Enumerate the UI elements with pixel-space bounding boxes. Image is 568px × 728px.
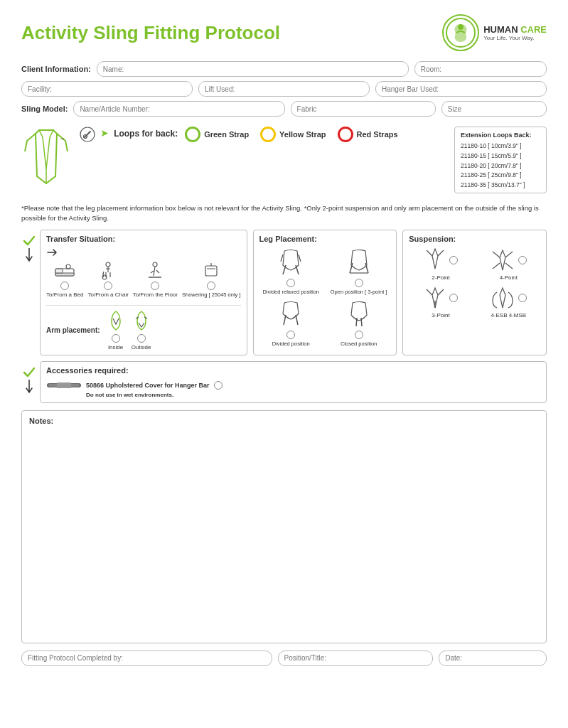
svg-text:→: → xyxy=(58,134,65,142)
accessories-wrapper: Accessories required: 50866 Upholstered … xyxy=(21,361,547,403)
transfer-bed-label: To/From a Bed xyxy=(46,291,83,298)
radio-chair[interactable] xyxy=(104,282,112,290)
page-header: Activity Sling Fitting Protocol HUMAN CA… xyxy=(21,14,547,51)
extension-loops-title: Extension Loops Back: xyxy=(461,130,540,140)
svg-rect-6 xyxy=(55,273,74,276)
svg-rect-7 xyxy=(55,269,63,273)
client-info-row2 xyxy=(21,81,547,97)
svg-line-17 xyxy=(493,252,500,257)
radio-outside[interactable] xyxy=(137,334,146,343)
footer-row xyxy=(21,651,547,666)
lift-used-input[interactable] xyxy=(198,81,370,97)
ext-item-4: 21180-25 [ 25cm/9.8" ] xyxy=(461,171,540,181)
transfer-title: Transfer Situation: xyxy=(46,235,241,243)
radio-leg-0[interactable] xyxy=(286,279,295,287)
leg-closed: Closed position xyxy=(327,299,390,347)
page-title: Activity Sling Fitting Protocol xyxy=(21,23,280,43)
completed-by-input[interactable] xyxy=(21,651,272,666)
radio-bed[interactable] xyxy=(60,282,69,290)
radio-susp-1[interactable] xyxy=(518,256,527,264)
chair-icon xyxy=(100,262,117,280)
arm-placement-label: Arm placement: xyxy=(46,326,100,334)
susp-4point-icon xyxy=(490,247,515,273)
sling-name-input[interactable] xyxy=(73,101,284,117)
suspension-title: Suspension: xyxy=(409,235,540,243)
logo-human: HUMAN xyxy=(483,24,518,35)
leg-open-3point-icon xyxy=(345,247,373,277)
svg-line-21 xyxy=(427,289,432,295)
position-input[interactable] xyxy=(278,651,434,666)
transfer-situations: To/From a Bed To/From a Chair xyxy=(46,262,241,298)
notes-box: Notes: xyxy=(21,410,547,643)
arrow-down-icon xyxy=(24,248,34,262)
ext-item-2: 21180-15 [ 15cm/5.9" ] xyxy=(461,151,540,161)
arrow-icon: ➤ xyxy=(100,127,109,139)
radio-inside[interactable] xyxy=(112,334,120,343)
svg-line-22 xyxy=(438,289,444,295)
loops-label: Loops for back: xyxy=(114,129,178,139)
transfer-chair-label: To/From a Chair xyxy=(87,291,128,298)
bed-icon xyxy=(54,263,75,280)
radio-floor[interactable] xyxy=(151,282,159,290)
wrench-icon xyxy=(80,127,95,142)
note-text: *Please note that the leg placement info… xyxy=(21,203,547,223)
logo-tagline: Your Life. Your Way. xyxy=(483,35,547,41)
svg-line-19 xyxy=(493,263,500,269)
cover-icon xyxy=(46,380,82,390)
leg-divided-relaxed: Divided relaxed position xyxy=(259,247,323,295)
radio-susp-2[interactable] xyxy=(449,294,458,302)
logo-area: HUMAN CARE Your Life. Your Way. xyxy=(442,14,547,51)
arm-inside-label: Inside xyxy=(108,344,123,350)
client-info-row1: Client Information: xyxy=(21,61,547,77)
arm-inside: Inside xyxy=(106,310,126,350)
red-strap-circle xyxy=(338,127,353,142)
check-icon-acc xyxy=(21,364,37,380)
radio-susp-3[interactable] xyxy=(518,294,527,302)
arm-inside-icon xyxy=(106,310,126,333)
svg-line-20 xyxy=(505,263,513,269)
facility-input[interactable] xyxy=(21,81,193,97)
green-strap-item: Green Strap xyxy=(185,127,249,142)
accessories-box: Accessories required: 50866 Upholstered … xyxy=(40,361,547,403)
leg-3-label: Closed position xyxy=(341,341,377,347)
susp-4esb: 4-ESB 4-MSB xyxy=(477,285,540,318)
date-input[interactable] xyxy=(439,651,547,666)
svg-line-16 xyxy=(438,250,444,256)
leg-0-label: Divided relaxed position xyxy=(262,289,319,295)
svg-line-15 xyxy=(427,250,432,256)
yellow-strap-item: Yellow Strap xyxy=(260,127,326,142)
radio-leg-3[interactable] xyxy=(355,331,363,339)
susp-2-label: 3-Point xyxy=(432,312,449,318)
loops-label-area: ➤ Loops for back: xyxy=(80,127,178,142)
check-arrow-transfer xyxy=(21,230,37,262)
sling-diagram: → xyxy=(21,127,71,183)
leg-placement-grid: Divided relaxed position Open position [… xyxy=(259,247,391,347)
ext-item-3: 21180-20 [ 20cm/7.8" ] xyxy=(461,161,540,171)
radio-susp-0[interactable] xyxy=(449,256,458,264)
extension-loops-box: Extension Loops Back: 21180-10 [ 10cm/3.… xyxy=(454,127,547,193)
name-input[interactable] xyxy=(97,61,409,77)
room-input[interactable] xyxy=(414,61,547,77)
transfer-section-wrapper: Transfer Situation: xyxy=(21,230,247,355)
arm-outside-label: Outside xyxy=(132,344,151,350)
suspension-grid: 2-Point 4-Point xyxy=(409,247,540,318)
logo-circle xyxy=(442,14,479,51)
susp-2point: 2-Point xyxy=(409,247,472,281)
notes-title: Notes: xyxy=(29,417,539,425)
radio-leg-1[interactable] xyxy=(355,279,363,287)
sling-fabric-input[interactable] xyxy=(291,101,436,117)
radio-shower[interactable] xyxy=(207,282,215,290)
arm-placement-inner: Arm placement: Inside xyxy=(46,310,241,350)
radio-leg-2[interactable] xyxy=(286,331,295,339)
accessory-item: 50866 Upholstered Cover for Hanger Bar xyxy=(46,380,540,390)
notes-textarea[interactable] xyxy=(29,429,539,636)
radio-accessory[interactable] xyxy=(214,381,223,390)
arrow-down-acc-icon xyxy=(24,380,34,394)
logo-icon xyxy=(445,17,476,48)
client-info-label: Client Information: xyxy=(21,65,91,73)
susp-3-label: 4-ESB 4-MSB xyxy=(491,312,526,318)
floor-icon xyxy=(146,262,164,280)
sling-size-input[interactable] xyxy=(441,101,547,117)
transfer-inner: To/From a Bed To/From a Chair xyxy=(46,247,241,350)
hanger-bar-input[interactable] xyxy=(375,81,547,97)
